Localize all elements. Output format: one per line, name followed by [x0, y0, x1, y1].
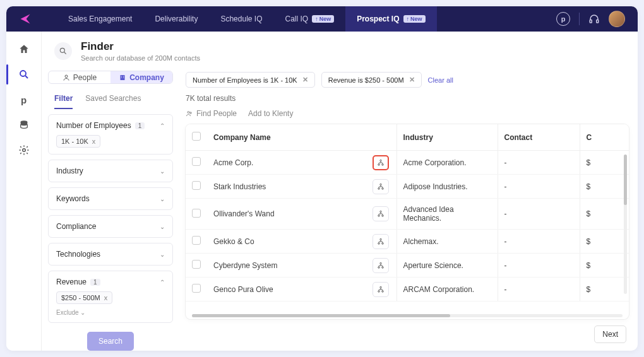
find-people-action[interactable]: Find People	[186, 109, 237, 118]
filter-subtabs: Filter Saved Searches	[48, 89, 173, 109]
action-label: Find People	[196, 109, 237, 118]
database-icon[interactable]	[18, 119, 30, 131]
prospect-icon[interactable]: p	[18, 93, 30, 106]
svg-point-28	[379, 262, 381, 264]
tab-label: People	[73, 73, 97, 82]
nav-sales-engagement[interactable]: Sales Engagement	[57, 6, 143, 32]
filter-label: Compliance	[56, 222, 96, 231]
results-table: Company Name Industry Contact C Acme Cor…	[186, 124, 629, 319]
chip-label: Revenue is $250 - 500M	[328, 76, 404, 84]
last-cell: $	[580, 199, 629, 230]
svg-point-2	[20, 71, 26, 76]
subtab-saved[interactable]: Saved Searches	[85, 94, 141, 109]
filter-compliance: Compliance⌄	[48, 215, 173, 238]
filter-technologies-toggle[interactable]: Technologies⌄	[56, 250, 165, 259]
nav-label: Sales Engagement	[68, 15, 132, 23]
row-checkbox[interactable]	[192, 236, 201, 245]
org-chart-button[interactable]	[373, 282, 389, 297]
horizontal-scrollbar[interactable]	[192, 314, 623, 317]
remove-icon[interactable]: ✕	[302, 76, 308, 84]
filter-employees: Number of Employees1 ⌃ 1K - 10K x	[48, 114, 173, 155]
filter-chip[interactable]: 1K - 10K x	[56, 135, 100, 148]
avatar[interactable]	[609, 11, 625, 27]
svg-point-14	[188, 112, 189, 114]
search-button[interactable]: Search	[87, 332, 134, 351]
table-row: Stark IndustriesAdipose Industries.-$	[186, 175, 629, 199]
contact-cell: -	[498, 199, 580, 230]
filter-count: 1	[135, 122, 145, 129]
filter-compliance-toggle[interactable]: Compliance⌄	[56, 222, 165, 231]
org-chart-button[interactable]	[373, 179, 389, 194]
vertical-scrollbar[interactable]	[624, 155, 627, 294]
page-title: Finder	[81, 40, 200, 53]
svg-point-15	[190, 112, 192, 114]
filter-employees-toggle[interactable]: Number of Employees1 ⌃	[56, 121, 165, 130]
entity-tabs: People Company	[48, 71, 173, 84]
row-checkbox[interactable]	[192, 284, 201, 293]
industry-cell: ARCAM Corporation.	[397, 278, 498, 301]
filter-revenue-toggle[interactable]: Revenue1 ⌃	[56, 278, 165, 286]
svg-point-23	[378, 215, 379, 217]
svg-point-8	[65, 75, 68, 78]
column-header-contact[interactable]: Contact	[498, 124, 580, 151]
column-header-industry[interactable]: Industry	[397, 124, 498, 151]
company-name: Ollivander's Wand	[213, 209, 275, 218]
chevron-down-icon: ⌄	[160, 251, 165, 258]
column-header-last[interactable]: C	[580, 124, 629, 151]
nav-prospect-iq[interactable]: Prospect IQ↑ New	[345, 6, 436, 32]
row-checkbox[interactable]	[192, 209, 201, 218]
svg-point-33	[381, 290, 383, 292]
svg-point-22	[379, 211, 381, 213]
org-chart-button[interactable]	[373, 206, 389, 221]
nav-deliverability[interactable]: Deliverability	[143, 6, 209, 32]
gear-icon[interactable]	[18, 144, 30, 156]
contact-cell: -	[498, 278, 580, 301]
chevron-down-icon: ⌄	[160, 168, 165, 175]
remove-icon[interactable]: x	[90, 138, 96, 145]
home-icon[interactable]	[18, 43, 30, 56]
tab-company[interactable]: Company	[110, 71, 172, 83]
headset-icon[interactable]	[588, 13, 600, 25]
filter-keywords-toggle[interactable]: Keywords⌄	[56, 194, 165, 203]
org-chart-button[interactable]	[373, 234, 389, 249]
svg-point-29	[378, 266, 379, 268]
filter-technologies: Technologies⌄	[48, 243, 173, 266]
plan-badge[interactable]: p	[556, 12, 570, 26]
column-header-company[interactable]: Company Name	[207, 124, 397, 151]
remove-icon[interactable]: ✕	[409, 76, 415, 84]
next-button[interactable]: Next	[594, 325, 626, 343]
org-chart-button[interactable]	[373, 258, 389, 273]
svg-rect-9	[121, 75, 125, 80]
filter-industry-toggle[interactable]: Industry⌄	[56, 167, 165, 175]
svg-rect-12	[121, 77, 122, 78]
subtab-filter[interactable]: Filter	[54, 94, 73, 109]
divider	[579, 13, 580, 25]
svg-rect-11	[123, 76, 124, 76]
svg-point-18	[381, 163, 383, 165]
search-icon[interactable]	[18, 68, 30, 81]
svg-rect-0	[590, 20, 592, 23]
nav-label: Schedule IQ	[220, 15, 262, 23]
page-header: Finder Search our database of 200M conta…	[42, 32, 638, 68]
filter-chip[interactable]: $250 - 500M x	[56, 291, 112, 304]
nav-schedule-iq[interactable]: Schedule IQ	[209, 6, 273, 32]
clear-all-link[interactable]: Clear all	[428, 76, 453, 84]
remove-icon[interactable]: x	[102, 294, 108, 301]
svg-rect-10	[121, 76, 122, 76]
last-cell: $	[580, 230, 629, 254]
contact-cell: -	[498, 151, 580, 175]
table-row: Acme Corp.Acme Corporation.-$	[186, 151, 629, 175]
select-all-checkbox[interactable]	[192, 132, 201, 141]
exclude-toggle[interactable]: Exclude ⌄	[56, 309, 165, 316]
tab-people[interactable]: People	[49, 71, 110, 83]
filter-industry: Industry⌄	[48, 160, 173, 182]
nav-call-iq[interactable]: Call IQ↑ New	[273, 6, 345, 32]
filter-label: Technologies	[56, 250, 100, 259]
row-checkbox[interactable]	[192, 181, 201, 190]
row-checkbox[interactable]	[192, 260, 201, 269]
add-to-klenty-action[interactable]: Add to Klenty	[248, 109, 293, 118]
last-cell: $	[580, 278, 629, 301]
company-name: Genco Pura Olive	[213, 285, 273, 294]
row-checkbox[interactable]	[192, 157, 201, 166]
org-chart-button[interactable]	[373, 155, 389, 170]
